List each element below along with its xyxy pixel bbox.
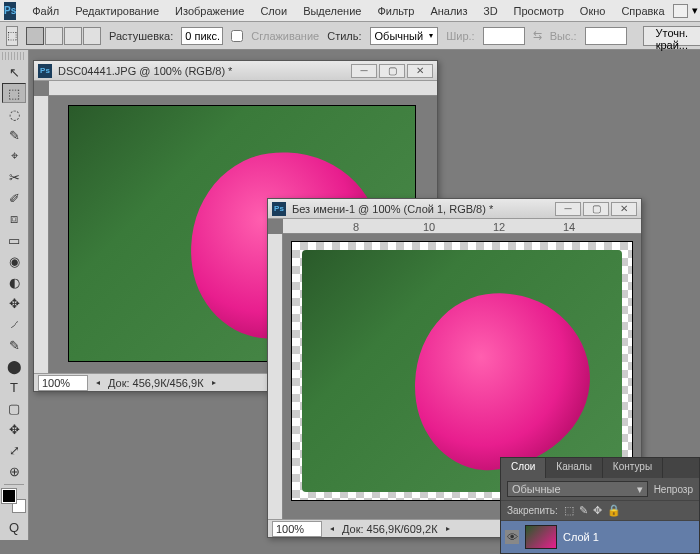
move-tool[interactable]: ↖ xyxy=(2,62,26,82)
width-label: Шир.: xyxy=(446,30,474,42)
arrow-down-icon: ▾ xyxy=(692,4,698,17)
arrow-left-icon[interactable]: ◂ xyxy=(96,378,100,387)
eraser-tool[interactable]: ◐ xyxy=(2,272,26,292)
height-label: Выс.: xyxy=(550,30,577,42)
zoom-input[interactable]: 100% xyxy=(38,375,88,391)
healing-tool[interactable]: ✐ xyxy=(2,188,26,208)
visibility-toggle[interactable]: 👁 xyxy=(505,530,519,544)
style-label: Стиль: xyxy=(327,30,361,42)
lock-pixels-icon[interactable]: ⬚ xyxy=(564,504,574,517)
menu-analysis[interactable]: Анализ xyxy=(422,3,475,19)
selection-new[interactable] xyxy=(26,27,44,45)
chevron-down-icon: ▾ xyxy=(429,31,433,40)
close-button[interactable]: ✕ xyxy=(407,64,433,78)
stamp-tool[interactable]: ▭ xyxy=(2,230,26,250)
titlebar[interactable]: Ps Без имени-1 @ 100% (Слой 1, RGB/8) * … xyxy=(268,199,641,219)
menu-image[interactable]: Изображение xyxy=(167,3,252,19)
lock-label: Закрепить: xyxy=(507,505,558,516)
close-button[interactable]: ✕ xyxy=(611,202,637,216)
shape-tool[interactable]: ✥ xyxy=(2,419,26,439)
feather-input[interactable] xyxy=(181,27,223,45)
ruler-vertical[interactable] xyxy=(268,234,283,519)
refine-edge-button[interactable]: Уточн. край... xyxy=(643,26,701,46)
selection-mode-group xyxy=(26,27,101,45)
tab-paths[interactable]: Контуры xyxy=(603,458,663,478)
lock-all-icon[interactable]: 🔒 xyxy=(607,504,621,517)
menu-filter[interactable]: Фильтр xyxy=(369,3,422,19)
ruler-vertical[interactable] xyxy=(34,96,49,373)
zoom-tool[interactable]: ⊕ xyxy=(2,461,26,481)
chevron-down-icon: ▾ xyxy=(637,483,643,496)
menu-layers[interactable]: Слои xyxy=(252,3,295,19)
doc-icon: Ps xyxy=(272,202,286,216)
foreground-color[interactable] xyxy=(2,489,16,503)
lock-brush-icon[interactable]: ✎ xyxy=(579,504,588,517)
style-select[interactable]: Обычный▾ xyxy=(370,27,439,45)
menu-view[interactable]: Просмотр xyxy=(506,3,572,19)
menubar: Ps Файл Редактирование Изображение Слои … xyxy=(0,0,700,22)
eyedropper-tool[interactable]: ✂ xyxy=(2,167,26,187)
layers-panel: Слои Каналы Контуры Обычные▾ Непрозр Зак… xyxy=(500,457,700,554)
menu-3d[interactable]: 3D xyxy=(476,3,506,19)
hand-tool[interactable]: ⤢ xyxy=(2,440,26,460)
lasso-tool[interactable]: ◌ xyxy=(2,104,26,124)
quickmask-tool[interactable]: Q xyxy=(2,517,26,537)
feather-label: Растушевка: xyxy=(109,30,173,42)
marquee-tool[interactable]: ⬚ xyxy=(2,83,26,103)
arrow-right-icon[interactable]: ▸ xyxy=(446,524,450,533)
options-bar: ⬚ Растушевка: Сглаживание Стиль: Обычный… xyxy=(0,22,700,50)
gradient-tool[interactable]: ✥ xyxy=(2,293,26,313)
minimize-button[interactable]: ─ xyxy=(351,64,377,78)
maximize-button[interactable]: ▢ xyxy=(379,64,405,78)
zoom-input[interactable]: 100% xyxy=(272,521,322,537)
arrow-left-icon[interactable]: ◂ xyxy=(330,524,334,533)
selection-add[interactable] xyxy=(45,27,63,45)
lock-position-icon[interactable]: ✥ xyxy=(593,504,602,517)
toolbox: ↖ ⬚ ◌ ✎ ⌖ ✂ ✐ ⧈ ▭ ◉ ◐ ✥ ⟋ ✎ ⬤ T ▢ ✥ ⤢ ⊕ … xyxy=(0,50,29,540)
tool-preset-picker[interactable]: ⬚ xyxy=(6,26,18,46)
doc-info[interactable]: Док: 456,9К/609,2К xyxy=(342,523,438,535)
layer-name[interactable]: Слой 1 xyxy=(563,531,599,543)
arrow-right-icon[interactable]: ▸ xyxy=(212,378,216,387)
path-tool[interactable]: ▢ xyxy=(2,398,26,418)
layer-thumbnail[interactable] xyxy=(525,525,557,549)
ruler-horizontal[interactable]: 8 10 12 14 xyxy=(283,219,641,234)
antialias-label: Сглаживание xyxy=(251,30,319,42)
history-brush-tool[interactable]: ◉ xyxy=(2,251,26,271)
tab-layers[interactable]: Слои xyxy=(501,458,546,478)
menu-file[interactable]: Файл xyxy=(24,3,67,19)
blend-mode-select[interactable]: Обычные▾ xyxy=(507,481,648,497)
document-title: Без имени-1 @ 100% (Слой 1, RGB/8) * xyxy=(292,203,555,215)
brush-tool[interactable]: ⧈ xyxy=(2,209,26,229)
color-swatches[interactable] xyxy=(2,489,26,513)
doc-icon: Ps xyxy=(38,64,52,78)
toolbox-handle[interactable] xyxy=(2,52,26,60)
titlebar[interactable]: Ps DSC04441.JPG @ 100% (RGB/8) * ─ ▢ ✕ xyxy=(34,61,437,81)
doc-info[interactable]: Док: 456,9К/456,9К xyxy=(108,377,204,389)
menu-window[interactable]: Окно xyxy=(572,3,614,19)
opacity-label: Непрозр xyxy=(654,484,693,495)
selection-subtract[interactable] xyxy=(64,27,82,45)
menu-select[interactable]: Выделение xyxy=(295,3,369,19)
minimize-button[interactable]: ─ xyxy=(555,202,581,216)
document-title: DSC04441.JPG @ 100% (RGB/8) * xyxy=(58,65,351,77)
menu-help[interactable]: Справка xyxy=(613,3,672,19)
crop-tool[interactable]: ⌖ xyxy=(2,146,26,166)
pen-tool[interactable]: ⬤ xyxy=(2,356,26,376)
layer-row[interactable]: 👁 Слой 1 xyxy=(501,521,699,553)
dodge-tool[interactable]: ✎ xyxy=(2,335,26,355)
type-tool[interactable]: T xyxy=(2,377,26,397)
height-input xyxy=(585,27,627,45)
width-input xyxy=(483,27,525,45)
ruler-horizontal[interactable] xyxy=(49,81,437,96)
blur-tool[interactable]: ⟋ xyxy=(2,314,26,334)
selection-intersect[interactable] xyxy=(83,27,101,45)
menu-edit[interactable]: Редактирование xyxy=(67,3,167,19)
maximize-button[interactable]: ▢ xyxy=(583,202,609,216)
swap-icon: ⇆ xyxy=(533,29,542,42)
tab-channels[interactable]: Каналы xyxy=(546,458,603,478)
antialias-checkbox[interactable] xyxy=(231,30,243,42)
image-content xyxy=(302,250,622,493)
screen-mode-button[interactable] xyxy=(673,4,688,18)
wand-tool[interactable]: ✎ xyxy=(2,125,26,145)
